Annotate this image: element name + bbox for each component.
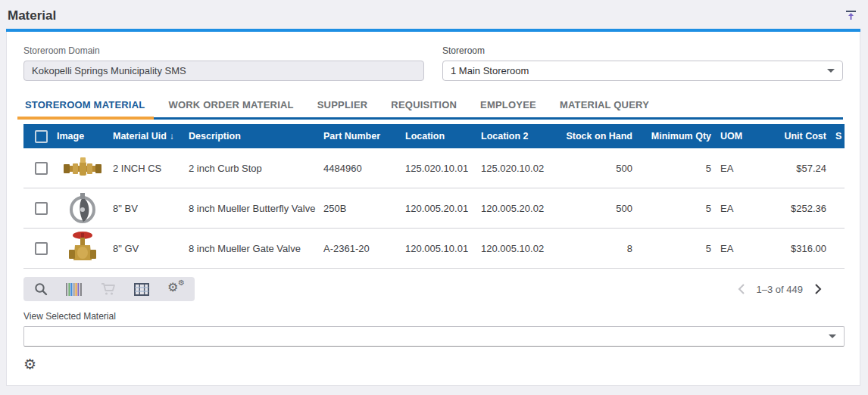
cell-location: 120.005.20.01	[405, 203, 481, 214]
gears-icon: ⚙ ⚙	[167, 281, 184, 297]
storeroom-domain-label: Storeroom Domain	[23, 45, 424, 56]
storeroom-label: Storeroom	[442, 45, 843, 56]
table-footer: ⚙ ⚙ 1–3 of 449	[23, 277, 843, 301]
row-checkbox[interactable]	[35, 242, 48, 255]
cell-location: 125.020.10.01	[405, 163, 481, 174]
column-header-uom[interactable]: UOM	[720, 131, 770, 142]
row-checkbox[interactable]	[35, 162, 48, 175]
column-header-image[interactable]: Image	[57, 131, 113, 142]
storeroom-domain-input[interactable]	[23, 61, 424, 81]
scroll-to-top-icon	[845, 10, 857, 21]
tab-material-query[interactable]: MATERIAL QUERY	[558, 99, 651, 117]
chevron-down-icon	[829, 334, 836, 338]
view-selected-label: View Selected Material	[23, 311, 843, 322]
cell-unit-cost: $252.36	[770, 203, 835, 214]
pagination: 1–3 of 449	[738, 284, 843, 295]
form-row: Storeroom Domain Storeroom 1 Main Storer…	[23, 45, 843, 81]
chevron-right-icon	[815, 284, 822, 294]
cell-stock-on-hand: 500	[555, 203, 642, 214]
select-all-checkbox[interactable]	[35, 130, 48, 143]
cell-material-uid: 8" GV	[113, 243, 189, 254]
table-row[interactable]: 8" GV 8 inch Mueller Gate Valve A-2361-2…	[23, 229, 845, 269]
row-checkbox[interactable]	[35, 202, 48, 215]
row-checkbox-cell	[23, 202, 57, 215]
column-header-material-uid[interactable]: Material Uid↓	[113, 131, 189, 142]
cell-location: 120.005.10.01	[405, 243, 481, 254]
tab-requisition[interactable]: REQUISITION	[389, 99, 458, 117]
table-header-row: Image Material Uid↓ Description Part Num…	[23, 124, 845, 148]
barcode-icon	[66, 283, 83, 296]
page-range-label: 1–3 of 449	[757, 284, 803, 295]
view-selected-select[interactable]	[23, 326, 845, 347]
butterfly-valve-image	[67, 191, 98, 225]
column-header-location-2[interactable]: Location 2	[481, 131, 555, 142]
chevron-down-icon	[827, 69, 835, 73]
material-table: Image Material Uid↓ Description Part Num…	[23, 124, 845, 269]
curb-stop-image	[62, 156, 103, 180]
page-title: Material	[8, 8, 56, 23]
column-header-stock-on-hand[interactable]: Stock on Hand	[555, 131, 642, 142]
cell-description: 8 inch Mueller Gate Valve	[189, 243, 323, 254]
storeroom-field: Storeroom 1 Main Storeroom	[442, 45, 843, 81]
search-button[interactable]	[34, 282, 48, 296]
cell-material-uid: 8" BV	[113, 203, 189, 214]
column-header-unit-cost[interactable]: Unit Cost	[770, 131, 835, 142]
cell-stock-on-hand: 500	[555, 163, 642, 174]
view-selected-material: View Selected Material	[23, 311, 843, 347]
column-header-description[interactable]: Description	[189, 131, 323, 142]
cell-minimum-qty: 5	[642, 163, 720, 174]
tab-work-order-material[interactable]: WORK ORDER MATERIAL	[167, 99, 295, 117]
cell-minimum-qty: 5	[642, 203, 720, 214]
page-header: Material	[0, 0, 868, 29]
next-page-button[interactable]	[815, 284, 822, 294]
cell-minimum-qty: 5	[642, 243, 720, 254]
cell-location-2: 125.020.10.02	[481, 163, 555, 174]
cell-unit-cost: $316.00	[770, 243, 835, 254]
cell-uom: EA	[720, 243, 770, 254]
barcode-scan-button[interactable]	[66, 283, 83, 296]
cell-part-number: 4484960	[323, 163, 405, 174]
tab-storeroom-material[interactable]: STOREROOM MATERIAL	[23, 99, 146, 117]
table-row[interactable]: 8" BV 8 inch Mueller Butterfly Valve 250…	[23, 188, 845, 229]
cell-stock-on-hand: 8	[555, 243, 642, 254]
material-image-butterfly-valve	[57, 191, 113, 225]
cell-location-2: 120.005.20.02	[481, 203, 555, 214]
storeroom-selected-value: 1 Main Storeroom	[451, 65, 529, 76]
chevron-left-icon	[738, 284, 745, 294]
column-header-location[interactable]: Location	[405, 131, 481, 142]
gate-valve-image	[66, 230, 99, 266]
prev-page-button[interactable]	[738, 284, 745, 294]
grid-view-button[interactable]	[134, 283, 149, 296]
cell-uom: EA	[720, 203, 770, 214]
row-checkbox-cell	[23, 162, 57, 175]
column-header-clipped: S	[835, 131, 845, 142]
cell-description: 8 inch Mueller Butterfly Valve	[189, 203, 323, 214]
cell-part-number: 250B	[323, 203, 405, 214]
sort-desc-icon: ↓	[167, 131, 174, 142]
toolbar-settings-button[interactable]: ⚙ ⚙	[167, 281, 184, 297]
panel-settings-button[interactable]: ⚙	[23, 357, 40, 372]
tab-bar: STOREROOM MATERIAL WORK ORDER MATERIAL S…	[23, 99, 843, 120]
cell-unit-cost: $57.24	[770, 163, 835, 174]
cell-part-number: A-2361-20	[323, 243, 405, 254]
tab-supplier[interactable]: SUPPLIER	[316, 99, 370, 117]
storeroom-select[interactable]: 1 Main Storeroom	[442, 61, 843, 81]
material-image-gate-valve	[57, 230, 113, 266]
table-row[interactable]: 2 INCH CS 2 inch Curb Stop 4484960 125.0…	[23, 148, 845, 188]
cell-material-uid: 2 INCH CS	[113, 163, 189, 174]
tab-employee[interactable]: EMPLOYEE	[479, 99, 538, 117]
cell-location-2: 120.005.10.02	[481, 243, 555, 254]
storeroom-domain-field: Storeroom Domain	[23, 45, 424, 81]
search-icon	[34, 282, 48, 296]
table-toolbar: ⚙ ⚙	[23, 277, 195, 301]
grid-view-icon	[134, 283, 149, 296]
cart-icon	[101, 282, 116, 296]
material-panel: Storeroom Domain Storeroom 1 Main Storer…	[6, 32, 860, 386]
cart-button[interactable]	[101, 282, 116, 296]
header-checkbox-cell	[23, 130, 57, 143]
column-header-minimum-qty[interactable]: Minimum Qty	[642, 131, 720, 142]
column-header-part-number[interactable]: Part Number	[323, 131, 405, 142]
cell-description: 2 inch Curb Stop	[189, 163, 323, 174]
scroll-to-top-button[interactable]	[844, 9, 857, 23]
material-image-curb-stop	[57, 156, 113, 180]
